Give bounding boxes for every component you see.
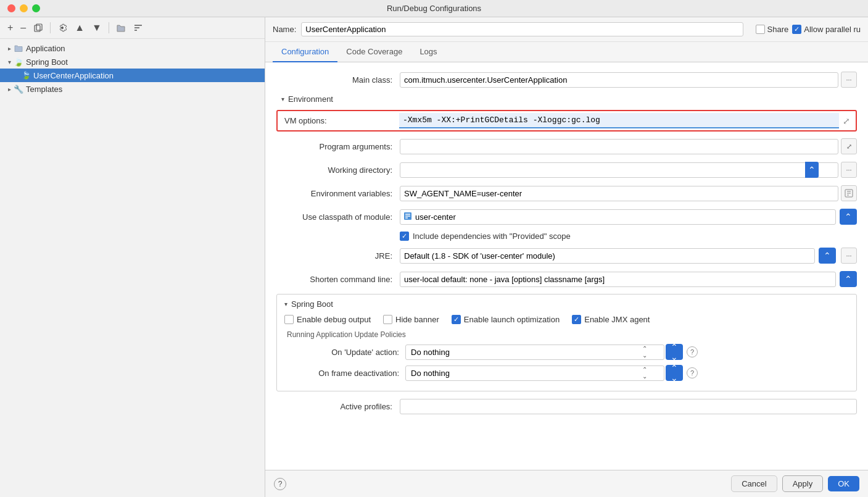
classpath-row: Use classpath of module: ⌃ [276,208,857,225]
shorten-cmd-input[interactable] [400,272,836,287]
vm-expand-button[interactable]: ⤢ [839,114,854,128]
include-deps-checkbox[interactable]: ✓ [400,232,409,241]
spring-boot-section: ▾ Spring Boot Enable debug output Hide b… [276,294,857,391]
bottom-right: Cancel Apply OK [731,475,859,492]
on-frame-select[interactable]: Do nothing [405,365,664,381]
spring-boot-section-label: Spring Boot [291,299,333,309]
env-vars-row: Environment variables: [276,185,857,202]
update-policies-header: Running Application Update Policies [287,330,849,339]
share-checkbox-box[interactable] [756,25,765,34]
active-profiles-input[interactable] [400,399,857,414]
main-class-input[interactable] [400,72,838,88]
ok-button[interactable]: OK [828,476,859,491]
sidebar-item-user-center-label: UserCenterApplication [33,71,114,80]
on-frame-help-icon[interactable]: ? [687,367,698,378]
settings-button[interactable] [55,22,70,34]
shorten-cmd-row: Shorten command line: ⌃ [276,270,857,288]
add-config-button[interactable]: + [5,21,15,35]
program-args-expand-button[interactable]: ⤢ [841,138,857,154]
window-controls[interactable] [7,4,40,12]
jre-label: JRE: [276,251,400,261]
on-frame-dropdown-wrap: Do nothing ⌃⌄ [405,365,664,381]
sidebar-item-templates[interactable]: 🔧 Templates [0,82,265,96]
jre-dropdown-btn[interactable]: ⌃ [819,248,836,264]
down-button[interactable]: ▼ [89,21,104,35]
maximize-button[interactable] [32,4,40,12]
copy-config-button[interactable] [31,22,46,34]
shorten-cmd-label: Shorten command line: [276,275,400,284]
jre-browse-button[interactable]: ··· [841,248,857,264]
active-profiles-label: Active profiles: [276,402,400,411]
working-dir-label: Working directory: [276,165,400,175]
working-dir-browse-button[interactable]: ··· [841,162,857,178]
working-dir-dropdown[interactable]: ⌃ [805,162,819,178]
sidebar-item-application[interactable]: Application [0,41,265,55]
main-class-row: Main class: ··· [276,71,857,88]
close-button[interactable] [7,4,15,12]
main-class-label: Main class: [276,75,400,85]
environment-section: ▾ Environment [281,94,857,104]
divider2 [109,22,109,33]
help-button[interactable]: ? [274,478,286,490]
sidebar: + – ▲ ▼ [0,17,265,497]
include-deps-label: Include dependencies with "Provided" sco… [413,232,571,241]
hide-banner-item: Hide banner [383,315,439,324]
allow-parallel[interactable]: ✓ Allow parallel ru [792,25,861,34]
sidebar-item-user-center-app[interactable]: 🍃 UserCenterApplication [0,69,265,82]
hide-banner-checkbox[interactable] [383,315,392,324]
right-panel: Name: Share ✓ Allow parallel ru Configur… [265,17,868,497]
hide-banner-label: Hide banner [395,315,439,324]
allow-parallel-checkbox[interactable]: ✓ [792,25,801,34]
enable-jmx-label: Enable JMX agent [584,315,650,324]
tab-configuration[interactable]: Configuration [273,42,337,62]
sidebar-item-spring-boot-label: Spring Boot [26,57,68,67]
minimize-button[interactable] [20,4,28,12]
sidebar-item-spring-boot[interactable]: 🍃 Spring Boot [0,55,265,69]
tabs-bar: Configuration Code Coverage Logs [265,42,868,62]
up-button[interactable]: ▲ [72,21,87,35]
program-args-row: Program arguments: ⤢ [276,138,857,155]
folder-icon [14,43,23,53]
env-vars-browse-button[interactable] [841,185,857,201]
env-vars-input[interactable] [400,186,838,201]
enable-debug-item: Enable debug output [284,315,371,324]
tab-code-coverage[interactable]: Code Coverage [337,42,411,62]
main-class-browse-button[interactable]: ··· [841,72,857,88]
content-area: Main class: ··· ▾ Environment VM options… [265,62,868,470]
on-update-select[interactable]: Do nothing [405,345,664,360]
program-args-input[interactable] [400,139,838,154]
classpath-dropdown-btn[interactable]: ⌃ [840,209,857,225]
vm-options-input[interactable] [399,113,839,128]
folder-button[interactable] [114,22,128,34]
enable-launch-item: ✓ Enable launch optimization [452,315,560,324]
tab-logs[interactable]: Logs [411,42,445,62]
env-arrow: ▾ [281,96,284,102]
sort-button[interactable] [131,22,146,34]
enable-launch-checkbox[interactable]: ✓ [452,315,461,324]
share-checkbox[interactable]: Share [756,25,789,34]
enable-debug-checkbox[interactable] [284,315,294,324]
on-frame-label: On frame deactivation: [294,369,405,378]
apply-button[interactable]: Apply [782,475,824,492]
shorten-cmd-dropdown-btn[interactable]: ⌃ [840,271,857,287]
title-bar: Run/Debug Configurations [0,0,868,17]
include-deps-row: ✓ Include dependencies with "Provided" s… [400,232,857,241]
window-title: Run/Debug Configurations [387,4,481,13]
sidebar-toolbar: + – ▲ ▼ [0,17,265,39]
vm-options-row: VM options: ⤢ [276,110,857,132]
on-update-help-icon[interactable]: ? [687,346,698,357]
working-dir-input[interactable] [400,162,838,178]
enable-debug-label: Enable debug output [297,315,371,324]
on-frame-chevron-btn[interactable]: ⌃⌄ [666,365,683,381]
on-update-chevron-btn[interactable]: ⌃⌄ [666,344,683,360]
bottom-bar: ? Cancel Apply OK [265,470,868,497]
sidebar-tree: Application 🍃 Spring Boot 🍃 UserCenterAp… [0,39,265,497]
remove-config-button[interactable]: – [18,21,28,35]
jre-input[interactable] [400,248,815,264]
on-update-label: On 'Update' action: [294,348,405,357]
cancel-button[interactable]: Cancel [731,475,777,492]
divider [50,22,51,33]
classpath-input[interactable] [400,209,836,225]
name-input[interactable] [301,22,743,36]
enable-jmx-checkbox[interactable]: ✓ [572,315,581,324]
